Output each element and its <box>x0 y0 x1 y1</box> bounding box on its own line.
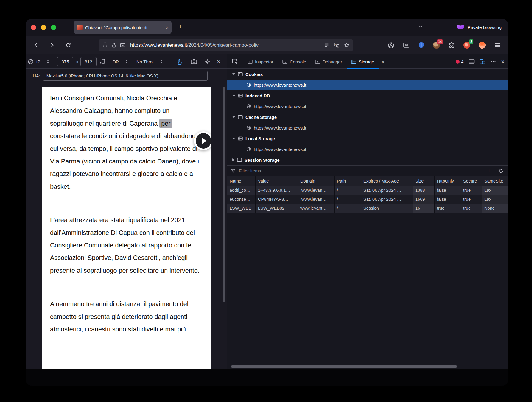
no-device-icon[interactable] <box>28 59 34 65</box>
devtools-toolbar: Inspector Console Debugger <box>227 54 508 69</box>
tab-storage[interactable]: Storage <box>347 54 379 69</box>
globe-icon <box>246 104 251 109</box>
tree-item-cookies-host[interactable]: https://www.levantenews.it <box>227 80 508 90</box>
more-tabs-chevrons[interactable]: » <box>379 54 387 69</box>
dpr-select[interactable]: DP… <box>113 59 128 64</box>
browser-window: Chiavari: “Campo polivalente di × + Priv… <box>26 19 508 386</box>
tab-close-icon[interactable]: × <box>166 25 169 30</box>
filter-funnel-icon <box>231 169 236 173</box>
tab-inspector[interactable]: Inspector <box>243 54 278 69</box>
column-header[interactable]: SameSite <box>482 176 508 186</box>
host-label: https://www.levantenews.it <box>254 147 306 152</box>
page-media-permission-icon[interactable] <box>120 43 125 48</box>
tree-section-cookies[interactable]: Cookies <box>227 69 508 80</box>
column-header[interactable]: Value <box>256 176 298 186</box>
column-header[interactable]: Path <box>335 176 361 186</box>
column-header[interactable]: Size <box>413 176 435 186</box>
tab-console[interactable]: Console <box>278 54 311 69</box>
zoom-window-button[interactable] <box>51 25 56 30</box>
lock-icon[interactable] <box>111 43 116 48</box>
responsive-design-toolbar: iP… × DP… No Throt… <box>26 54 227 69</box>
url-path: /2024/04/05/chiavari-campo-poliv <box>187 42 259 48</box>
password-manager-shield-icon[interactable] <box>418 41 425 49</box>
user-agent-input[interactable] <box>43 71 208 81</box>
tree-section-session-storage[interactable]: Session Storage <box>227 155 508 165</box>
cell-value: 1~43.3.9.6.9.1… <box>256 186 298 195</box>
column-header[interactable]: HttpOnly <box>435 176 461 186</box>
cookie-row[interactable]: addtl_co… 1~43.3.9.6.9.1… .www.levan… / … <box>227 186 508 195</box>
tree-item-local-storage-host[interactable]: https://www.levantenews.it <box>227 144 508 155</box>
tab-debugger[interactable]: Debugger <box>311 54 347 69</box>
rotate-viewport-icon[interactable] <box>99 58 106 65</box>
filter-items-input[interactable] <box>238 168 505 174</box>
list-all-tabs-chevron-icon[interactable] <box>418 24 424 29</box>
column-header[interactable]: Expires / Max-Age <box>361 176 413 186</box>
cookie-row[interactable]: euconse… CP8mHYAP8… .www.levan… / Sat, 0… <box>227 195 508 204</box>
expander-icon[interactable] <box>232 138 235 140</box>
refresh-items-icon[interactable] <box>498 166 503 176</box>
account-icon[interactable] <box>387 41 395 49</box>
responsive-design-mode-icon[interactable] <box>480 59 486 65</box>
updown-arrows-icon <box>160 60 163 64</box>
devtools-close-icon[interactable]: × <box>501 59 505 65</box>
tracking-protection-shield-icon[interactable] <box>102 42 108 48</box>
fox-extension-icon[interactable]: 3 <box>463 41 471 49</box>
browser-tab[interactable]: Chiavari: “Campo polivalente di × <box>74 21 172 34</box>
tree-item-indexed-db-host[interactable]: https://www.levantenews.it <box>227 101 508 112</box>
close-window-button[interactable] <box>31 25 36 30</box>
meatball-menu-icon[interactable] <box>491 61 496 63</box>
title-bar: Chiavari: “Campo polivalente di × + Priv… <box>26 19 508 36</box>
tree-section-local-storage[interactable]: Local Storage <box>227 133 508 144</box>
tab-title: Chiavari: “Campo polivalente di <box>85 25 165 30</box>
cookie-row[interactable]: LSW_WEB LSW_WEB82 www.levant… / Session … <box>227 204 508 213</box>
extension-badge: 14 <box>437 39 443 44</box>
cell-domain: .www.levan… <box>298 195 335 204</box>
horizontal-scrollbar-thumb[interactable] <box>231 365 457 368</box>
bookmark-star-icon[interactable] <box>344 43 349 48</box>
viewport-scrollbar[interactable] <box>223 87 225 302</box>
cell-samesite: Lax <box>482 195 508 204</box>
pick-element-icon[interactable] <box>232 58 238 64</box>
newspaper-icon[interactable] <box>402 41 410 49</box>
back-button[interactable] <box>32 41 41 50</box>
translate-icon[interactable]: Aa <box>334 43 339 48</box>
column-header[interactable]: Secure <box>461 176 482 186</box>
navigation-toolbar: https://www.levantenews.it/2024/04/05/ch… <box>26 36 508 54</box>
reader-mode-icon[interactable] <box>324 43 329 48</box>
column-header[interactable]: Domain <box>298 176 335 186</box>
rdm-close-icon[interactable]: × <box>217 58 220 65</box>
url-text-fade <box>309 39 324 51</box>
url-text[interactable]: https://www.levantenews.it/2024/04/05/ch… <box>130 42 324 48</box>
tab-label: Inspector <box>255 59 273 64</box>
minimize-window-button[interactable] <box>41 25 46 30</box>
menu-hamburger-icon[interactable] <box>494 41 501 49</box>
monkey-extension-icon[interactable]: 14 <box>433 41 440 49</box>
device-select[interactable]: iP… <box>36 59 49 64</box>
forward-button[interactable] <box>48 41 57 50</box>
touch-simulation-icon[interactable] <box>176 58 182 65</box>
viewport-height-input[interactable] <box>80 57 97 66</box>
storage-type-icon <box>238 72 243 76</box>
expander-icon[interactable] <box>232 158 234 161</box>
rdm-settings-gear-icon[interactable] <box>204 59 210 65</box>
error-count-indicator[interactable]: 4 <box>456 59 464 64</box>
expander-icon[interactable] <box>232 73 235 75</box>
add-item-button[interactable]: + <box>487 166 491 176</box>
tree-section-cache-storage[interactable]: Cache Storage <box>227 112 508 122</box>
viewport-width-input[interactable] <box>57 57 73 66</box>
split-console-icon[interactable] <box>469 59 475 64</box>
tree-section-indexed-db[interactable]: Indexed DB <box>227 90 508 101</box>
host-label: https://www.levantenews.it <box>254 82 306 88</box>
tree-item-cache-storage-host[interactable]: https://www.levantenews.it <box>227 122 508 133</box>
new-tab-button[interactable]: + <box>176 23 185 32</box>
column-header[interactable]: Name <box>227 176 256 186</box>
adblocker-extension-icon[interactable] <box>478 41 486 49</box>
reload-button[interactable] <box>64 41 73 50</box>
extensions-puzzle-icon[interactable] <box>448 41 455 49</box>
url-bar[interactable]: https://www.levantenews.it/2024/04/05/ch… <box>99 39 353 51</box>
play-video-button[interactable] <box>194 131 211 150</box>
expander-icon[interactable] <box>232 116 235 118</box>
screenshot-camera-icon[interactable] <box>191 59 197 65</box>
expander-icon[interactable] <box>232 95 235 97</box>
throttling-select[interactable]: No Throt… <box>136 59 163 64</box>
